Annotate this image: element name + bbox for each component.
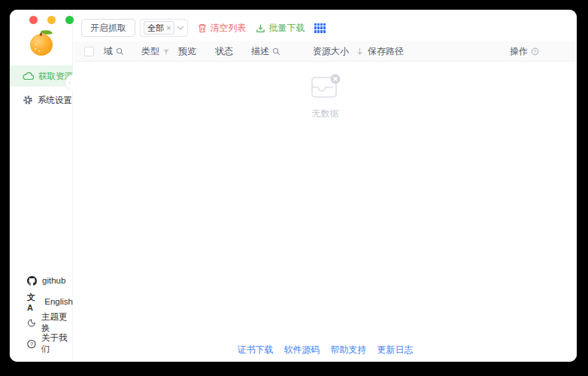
filter-funnel-icon[interactable] <box>162 48 170 56</box>
sidebar-bottom-group: github 文A English 主题更换 ? 关于我们 <box>10 273 73 351</box>
svg-text:?: ? <box>30 341 33 347</box>
empty-box-icon <box>309 73 342 100</box>
column-label: 域 <box>104 45 113 58</box>
sidebar-item-label: English <box>44 297 73 306</box>
column-status: 状态 <box>215 41 233 62</box>
search-icon[interactable] <box>116 47 124 56</box>
toolbar: 开启抓取 全部 × 清空列表 <box>81 19 326 37</box>
github-icon <box>27 276 37 286</box>
link-source-code[interactable]: 软件源码 <box>284 344 320 356</box>
column-label: 描述 <box>251 45 269 58</box>
link-cert-download[interactable]: 证书下载 <box>238 344 274 356</box>
column-label: 资源大小 <box>313 45 349 58</box>
column-label: 状态 <box>215 45 233 58</box>
sidebar-item-language[interactable]: 文A English <box>10 294 73 309</box>
sidebar-item-label: 系统设置 <box>38 95 72 106</box>
gear-icon <box>23 95 33 105</box>
moon-icon <box>27 318 36 328</box>
column-label: 预览 <box>178 45 196 58</box>
window-controls <box>29 16 74 24</box>
sort-down-icon[interactable] <box>356 47 363 56</box>
clear-list-label: 清空列表 <box>210 22 246 35</box>
sidebar-item-label: 主题更换 <box>41 311 73 334</box>
link-help-support[interactable]: 帮助支持 <box>331 344 367 356</box>
link-changelog[interactable]: 更新日志 <box>377 344 414 356</box>
help-circle-icon[interactable]: ? <box>531 47 539 56</box>
filter-tag: 全部 × <box>144 21 174 35</box>
clear-list-button[interactable]: 清空列表 <box>198 22 246 35</box>
maximize-button[interactable] <box>65 16 74 24</box>
filter-select[interactable]: 全部 × <box>140 19 188 37</box>
question-icon: ? <box>27 339 36 349</box>
layout-grid-icon[interactable] <box>314 23 326 33</box>
sidebar-item-about[interactable]: ? 关于我们 <box>10 336 73 351</box>
column-actions: 操作 ? <box>510 41 539 62</box>
column-domain[interactable]: 域 <box>104 41 124 62</box>
batch-download-label: 批量下载 <box>268 22 305 35</box>
column-label: 保存路径 <box>368 45 404 58</box>
sidebar-item-label: 关于我们 <box>41 332 73 355</box>
orange-logo-dots <box>35 43 45 52</box>
tag-close-icon[interactable]: × <box>166 23 171 32</box>
main-content: 开启抓取 全部 × 清空列表 <box>74 10 577 362</box>
column-label: 操作 <box>510 45 528 58</box>
table-empty-state: 无数据 <box>74 73 577 120</box>
chevron-down-icon <box>177 26 184 30</box>
search-icon[interactable] <box>272 47 280 56</box>
batch-download-button[interactable]: 批量下载 <box>256 22 305 35</box>
minimize-button[interactable] <box>47 16 56 24</box>
sidebar-collapse-handle[interactable]: ‹ <box>65 74 73 91</box>
column-type[interactable]: 类型 <box>141 41 170 62</box>
column-preview: 预览 <box>178 41 196 62</box>
column-label: 类型 <box>141 45 159 58</box>
table-header: 域 类型 预览 状态 描述 <box>74 41 576 62</box>
column-save-path: 保存路径 <box>368 41 404 62</box>
column-size[interactable]: 资源大小 <box>313 41 363 62</box>
sidebar-item-label: github <box>42 276 65 285</box>
sidebar-item-get-resources[interactable]: 获取资源 <box>10 65 73 86</box>
translate-icon: 文A <box>27 292 39 312</box>
sidebar-item-github[interactable]: github <box>10 273 73 288</box>
sidebar-item-system-settings[interactable]: 系统设置 <box>10 89 73 111</box>
column-description[interactable]: 描述 <box>251 41 280 62</box>
trash-icon <box>198 23 207 33</box>
footer-links: 证书下载 软件源码 帮助支持 更新日志 <box>74 344 577 356</box>
select-all-cell <box>84 41 94 62</box>
sidebar: 获取资源 系统设置 ‹ github 文A English <box>10 10 73 362</box>
empty-text: 无数据 <box>74 108 577 120</box>
sidebar-item-theme[interactable]: 主题更换 <box>10 315 73 330</box>
download-icon <box>256 23 265 33</box>
app-window: 获取资源 系统设置 ‹ github 文A English <box>10 10 577 362</box>
select-all-checkbox[interactable] <box>84 47 94 56</box>
svg-text:?: ? <box>534 49 537 54</box>
start-capture-button[interactable]: 开启抓取 <box>81 19 135 37</box>
filter-tag-label: 全部 <box>147 23 164 34</box>
close-button[interactable] <box>29 16 38 24</box>
cloud-icon <box>23 71 34 80</box>
app-logo <box>29 29 54 56</box>
